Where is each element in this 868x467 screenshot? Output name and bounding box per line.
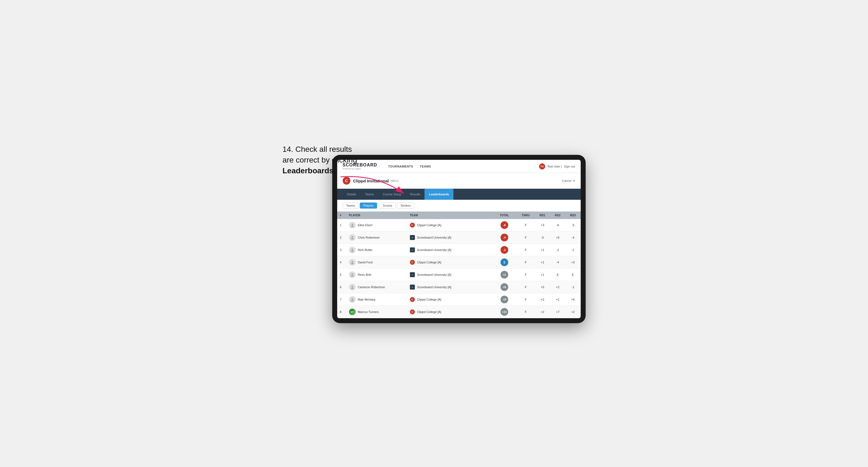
filter-players[interactable]: Players <box>360 203 377 209</box>
total-badge: +6 <box>500 283 508 291</box>
nav-teams[interactable]: TEAMS <box>420 164 431 169</box>
cell-rd3: +3 <box>565 256 581 269</box>
total-badge: +11 <box>500 308 508 316</box>
tab-course-setup[interactable]: Course Setup <box>378 189 406 200</box>
filter-strokes[interactable]: Strokes <box>397 203 414 209</box>
player-name: David Ford <box>358 261 373 264</box>
cell-rank: 2 <box>337 231 346 244</box>
cell-rank: 3 <box>337 244 346 256</box>
total-badge: +1 <box>500 271 508 279</box>
instruction-text: 14. Check all results are correct by cli… <box>283 144 357 176</box>
cell-rd2: E <box>550 269 565 281</box>
svg-point-9 <box>351 273 353 275</box>
cell-thru: F <box>517 281 535 293</box>
table-row: 6 Cameron Robertson ≡ Scoreboard Univers… <box>337 281 581 293</box>
nav-tournaments[interactable]: TOURNAMENTS <box>388 164 413 169</box>
page-wrapper: 14. Check all results are correct by cli… <box>283 144 586 323</box>
tournament-gender: (Men) <box>391 179 399 182</box>
team-icon-clippd: C <box>410 223 415 227</box>
tab-details[interactable]: Details <box>343 189 361 200</box>
cell-player: Blair McHarg <box>346 293 407 306</box>
svg-point-12 <box>351 288 354 289</box>
player-avatar <box>349 247 355 253</box>
header-thru: THRU <box>517 212 535 219</box>
player-name: Cameron Robertson <box>358 285 385 289</box>
cell-team: ≡ Scoreboard University [A] <box>407 244 492 256</box>
cell-team: ≡ Scoreboard University [A] <box>407 281 492 293</box>
cell-rd1: -5 <box>535 231 550 244</box>
cell-rd1: +5 <box>535 281 550 293</box>
filter-teams[interactable]: Teams <box>343 203 359 209</box>
cell-rank: 7 <box>337 293 346 306</box>
cell-rd1: +2 <box>535 293 550 306</box>
cell-rd3: +6 <box>565 293 581 306</box>
table-row: 3 Rich Butler ≡ Scoreboard University [A… <box>337 244 581 256</box>
cell-rd2: -6 <box>550 219 565 231</box>
tab-leaderboards[interactable]: Leaderboards <box>425 189 454 200</box>
player-name: Blair McHarg <box>358 298 375 301</box>
header-player: PLAYER <box>346 212 407 219</box>
header-rd3: RD3 <box>565 212 581 219</box>
cell-rd2: +5 <box>550 231 565 244</box>
svg-point-1 <box>351 224 353 225</box>
player-avatar <box>349 296 355 303</box>
cell-rd3: -4 <box>565 231 581 244</box>
svg-point-7 <box>351 261 353 262</box>
team-icon-sb: ≡ <box>410 235 415 240</box>
cell-total: -2 <box>492 244 517 256</box>
player-avatar <box>349 284 355 290</box>
cell-rd3: E <box>565 269 581 281</box>
cell-rank: 6 <box>337 281 346 293</box>
team-name: Scoreboard University [A] <box>417 236 452 239</box>
cancel-icon: ✕ <box>573 179 575 183</box>
cell-player: Rees Britt <box>346 269 407 281</box>
total-badge: -2 <box>500 246 508 254</box>
cancel-button[interactable]: Cancel ✕ <box>562 179 575 183</box>
tournament-icon: C <box>343 177 350 185</box>
svg-point-2 <box>351 226 354 227</box>
table-row: 1 Elliot Ebert C Clippd College [A] -8 F… <box>337 219 581 231</box>
cell-rd1: +2 <box>535 306 550 318</box>
team-name: Scoreboard University [A] <box>417 285 452 289</box>
cell-rank: 5 <box>337 269 346 281</box>
cell-team: C Clippd College [A] <box>407 256 492 269</box>
leaderboard-table: # PLAYER TEAM TOTAL THRU RD1 RD2 RD3 1 <box>337 212 581 318</box>
table-row: 4 David Ford C Clippd College [A] E F +1… <box>337 256 581 269</box>
instruction-line2: are correct by clicking <box>283 156 357 164</box>
cell-total: +1 <box>492 269 517 281</box>
header-rank: # <box>337 212 346 219</box>
svg-point-10 <box>351 275 354 277</box>
cell-total: +6 <box>492 281 517 293</box>
cell-team: C Clippd College [A] <box>407 219 492 231</box>
player-name: Rich Butler <box>358 248 373 252</box>
svg-point-8 <box>351 263 354 264</box>
cell-rd2: +1 <box>550 293 565 306</box>
cell-player: Cameron Robertson <box>346 281 407 293</box>
svg-point-11 <box>351 286 353 287</box>
player-name: Marcus Turners <box>358 310 379 314</box>
cell-rd2: -4 <box>550 256 565 269</box>
sign-out-link[interactable]: Sign out <box>564 165 575 168</box>
cell-rank: 4 <box>337 256 346 269</box>
tab-teams[interactable]: Teams <box>361 189 378 200</box>
header-rd1: RD1 <box>535 212 550 219</box>
cell-player: Chris Robertson <box>346 231 407 244</box>
cell-team: C Clippd College [A] <box>407 306 492 318</box>
filter-scores[interactable]: Scores <box>379 203 396 209</box>
header-total: TOTAL <box>492 212 517 219</box>
player-avatar <box>349 234 355 241</box>
svg-point-5 <box>351 249 353 250</box>
tab-results[interactable]: Results <box>406 189 425 200</box>
cell-thru: F <box>517 231 535 244</box>
cell-rd3: -1 <box>565 281 581 293</box>
cell-team: C Clippd College [A] <box>407 293 492 306</box>
cell-total: -8 <box>492 219 517 231</box>
svg-point-6 <box>351 250 354 252</box>
cell-player: David Ford <box>346 256 407 269</box>
tournament-header: C Clippd Invitational (Men) Cancel ✕ <box>337 173 581 189</box>
cell-rank: 1 <box>337 219 346 231</box>
player-name: Elliot Ebert <box>358 223 372 227</box>
tablet-screen: SCOREBOARD Powered by clippd TOURNAMENTS… <box>337 160 581 318</box>
svg-point-14 <box>351 300 354 302</box>
svg-point-13 <box>351 298 353 300</box>
